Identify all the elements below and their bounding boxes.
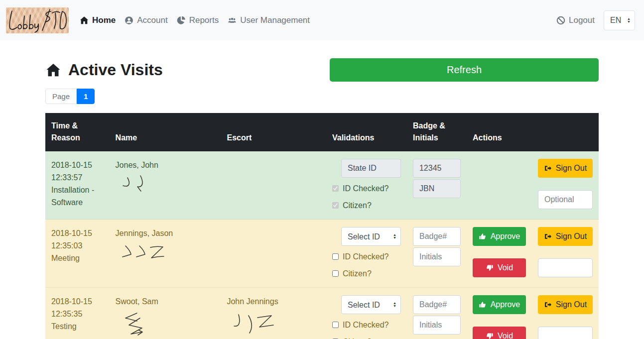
visit-time: 12:35:03 — [51, 239, 104, 252]
id-checked-checkbox — [332, 185, 339, 192]
id-checked-checkbox[interactable] — [332, 322, 339, 328]
visitor-signature — [120, 310, 164, 339]
id-checked-label: ID Checked? — [343, 319, 389, 331]
citizen-row: Citizen? — [332, 199, 401, 212]
citizen-label: Citizen? — [343, 336, 372, 339]
optional-input[interactable] — [538, 327, 593, 339]
sign-out-button[interactable]: Sign Out — [538, 295, 593, 314]
name-cell: Jennings, Jason — [110, 220, 221, 288]
visit-date: 2018-10-15 — [51, 227, 104, 239]
visit-row: 2018-10-15 12:35:03 Meeting Jennings, Ja… — [45, 220, 599, 288]
pie-chart-icon — [177, 16, 186, 25]
name-cell: Swoot, Sam — [110, 288, 221, 339]
void-label: Void — [498, 332, 513, 339]
citizen-checkbox[interactable] — [332, 270, 339, 277]
badge-input[interactable] — [413, 295, 461, 314]
id-select-wrap: Select ID ▲▼ — [332, 301, 401, 309]
time-reason-cell: 2018-10-15 12:35:03 Meeting — [45, 220, 110, 288]
visit-date: 2018-10-15 — [51, 295, 104, 308]
page-title: Active Visits — [68, 61, 163, 79]
sign-out-button[interactable]: Sign Out — [538, 227, 593, 246]
nav-links: Home Account Reports User Management — [80, 15, 310, 25]
approve-button[interactable]: Approve — [473, 295, 526, 314]
home-icon — [80, 16, 89, 25]
nav-item-label: Account — [137, 15, 167, 25]
spacer — [473, 159, 526, 178]
id-checked-row: ID Checked? — [332, 319, 401, 331]
spacer — [473, 190, 526, 209]
refresh-button[interactable]: Refresh — [330, 58, 599, 82]
top-navbar: Home Account Reports User Management — [0, 0, 644, 40]
users-icon — [228, 16, 237, 25]
sign-out-label: Sign Out — [556, 232, 587, 241]
id-select[interactable]: Select ID — [341, 295, 401, 314]
id-select[interactable]: Select ID — [341, 227, 401, 246]
thumbs-down-icon — [486, 332, 494, 339]
badge-field — [413, 159, 461, 178]
visitor-name: Swoot, Sam — [116, 295, 215, 308]
col-header-actions: Actions — [467, 113, 599, 151]
escort-cell — [221, 151, 326, 220]
void-label: Void — [498, 263, 513, 272]
language-select[interactable]: EN — [604, 10, 635, 30]
visitor-name: Jones, John — [116, 159, 215, 171]
approve-button[interactable]: Approve — [473, 227, 526, 246]
nav-item-user-management[interactable]: User Management — [228, 15, 310, 25]
id-checked-row: ID Checked? — [332, 250, 401, 263]
logout-link[interactable]: Logout — [556, 15, 595, 25]
escort-cell: John Jennings — [221, 288, 326, 339]
col-header-escort: Escort — [221, 113, 326, 151]
name-cell: Jones, John — [110, 151, 221, 220]
brand-logo[interactable] — [6, 7, 69, 33]
sign-out-label: Sign Out — [556, 164, 587, 173]
pagination: Page 1 — [45, 89, 95, 104]
optional-input[interactable] — [538, 190, 593, 209]
active-visits-table: Time & Reason Name Escort Validations Ba… — [45, 113, 599, 339]
void-button[interactable]: Void — [473, 327, 526, 339]
void-button[interactable]: Void — [473, 258, 526, 277]
visit-time: 12:33:57 — [51, 171, 104, 184]
page-header: Active Visits Refresh — [45, 58, 599, 82]
initials-input[interactable] — [413, 316, 461, 335]
col-header-name: Name — [110, 113, 221, 151]
sign-out-label: Sign Out — [556, 300, 587, 309]
escort-name: John Jennings — [227, 295, 320, 308]
col-header-validations: Validations — [326, 113, 407, 151]
nav-item-label: Reports — [189, 15, 219, 25]
main-content: Active Visits Refresh Page 1 Time & Reas… — [45, 58, 599, 339]
navbar-right: Logout EN ▲▼ — [556, 10, 635, 30]
actions-cell: Approve Sign Out — [467, 288, 599, 339]
id-checked-checkbox[interactable] — [332, 253, 339, 260]
initials-field — [413, 179, 461, 198]
visit-reason: Testing — [51, 320, 104, 333]
visit-reason: Meeting — [51, 252, 104, 264]
user-circle-icon — [125, 16, 133, 25]
ban-icon — [556, 16, 565, 25]
escort-cell — [221, 220, 326, 288]
nav-item-reports[interactable]: Reports — [177, 15, 219, 25]
badge-initials-cell — [407, 288, 467, 339]
visit-date: 2018-10-15 — [51, 159, 104, 171]
id-checked-label: ID Checked? — [343, 250, 389, 263]
citizen-row: Citizen? — [332, 267, 401, 280]
initials-input[interactable] — [413, 247, 461, 266]
sign-out-icon — [544, 301, 552, 309]
page-title-wrap: Active Visits — [45, 61, 163, 79]
sign-out-icon — [544, 232, 552, 240]
home-icon — [45, 63, 61, 78]
sign-out-button[interactable]: Sign Out — [538, 159, 593, 178]
time-reason-cell: 2018-10-15 12:35:35 Testing — [45, 288, 110, 339]
nav-item-label: Home — [92, 15, 116, 25]
nav-item-account[interactable]: Account — [125, 15, 167, 25]
badge-input[interactable] — [413, 227, 461, 246]
optional-input[interactable] — [538, 258, 593, 277]
visitor-name: Jennings, Jason — [116, 227, 215, 239]
language-select-wrap: EN ▲▼ — [604, 10, 635, 30]
pagination-page-1[interactable]: 1 — [77, 89, 95, 104]
id-checked-label: ID Checked? — [343, 182, 389, 195]
id-type-field — [341, 159, 401, 178]
nav-item-home[interactable]: Home — [80, 15, 116, 25]
thumbs-up-icon — [479, 301, 487, 309]
col-header-badge-initials: Badge & Initials — [407, 113, 467, 151]
pagination-label[interactable]: Page — [45, 89, 77, 104]
